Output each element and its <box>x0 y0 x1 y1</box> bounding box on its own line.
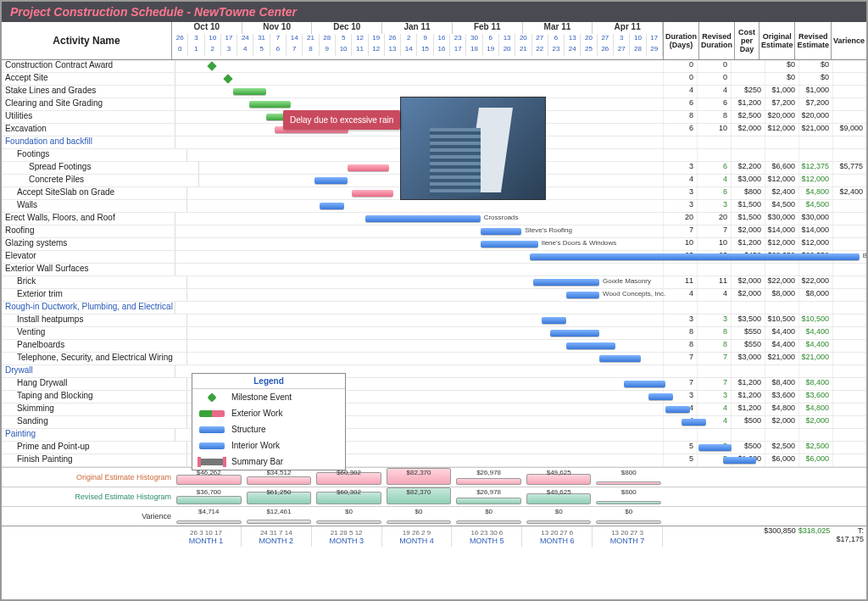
task-label: Accept Site <box>2 73 175 85</box>
task-row[interactable]: BrickGoode Masonry1111$2,000$22,000$22,0… <box>2 276 866 289</box>
hist-bar: $800 <box>594 487 663 504</box>
task-label: Rough-in Ductwork, Plumbing, and Electri… <box>2 302 175 314</box>
task-label: Walls <box>2 200 187 212</box>
structure-swatch <box>199 426 225 433</box>
task-label: Drywall <box>2 365 175 377</box>
hist-bar: $36,700 <box>175 487 243 504</box>
hist-bar: $0 <box>385 507 453 524</box>
task-label: Telephone, Security, and Electrical Wiri… <box>2 353 187 364</box>
gantt-bar[interactable] <box>550 330 599 337</box>
task-row[interactable]: Finish Painting55$1,200$6,000$6,000 <box>2 454 866 467</box>
bar-label: Crossroads <box>484 214 519 221</box>
milestone-icon <box>207 61 216 70</box>
task-row[interactable]: Panelboards88$550$4,400$4,400 <box>2 340 866 353</box>
column-header: Activity Name Oct 10Nov 10Dec 10Jan 11Fe… <box>2 22 866 60</box>
gantt-bar[interactable] <box>249 101 291 108</box>
task-label: Excavation <box>2 124 175 136</box>
gantt-bar[interactable] <box>233 88 266 95</box>
histogram-revised: Revised Estimate Histogram $36,700$61,25… <box>2 487 866 506</box>
task-row[interactable]: Telephone, Security, and Electrical Wiri… <box>2 353 866 365</box>
task-row[interactable]: Sanding44$500$2,000$2,000 <box>2 416 866 429</box>
bar-label: Steve's Roofing <box>525 226 572 234</box>
gantt-bar[interactable] <box>481 241 538 248</box>
task-row[interactable]: Install heatpumps33$3,500$10,500$10,500 <box>2 314 866 327</box>
gantt-bar[interactable] <box>542 317 566 324</box>
task-label: Exterior Wall Surfaces <box>2 264 175 275</box>
task-label: Erect Walls, Floors, and Roof <box>2 213 175 225</box>
histogram-variance: Varience $4,714$12,461$0$0$0$0$0 <box>2 506 866 526</box>
task-row[interactable]: Construction Contract Award00$0$0 <box>2 60 866 73</box>
hist-bar: $61,250 <box>245 487 314 504</box>
gantt-bar[interactable] <box>648 393 673 400</box>
task-label: Hang Drywall <box>2 378 187 390</box>
total-rev: $318,025 <box>798 526 833 547</box>
hist-bar: $0 <box>525 507 593 524</box>
task-row[interactable]: Accept Site00$0$0 <box>2 73 866 86</box>
col-costday: Cost per Day <box>734 22 759 59</box>
gantt-bar[interactable] <box>566 292 599 298</box>
total-orig: $300,850 <box>764 526 798 547</box>
exterior-swatch <box>199 410 225 417</box>
col-activity: Activity Name <box>2 22 172 59</box>
task-row[interactable]: Skimming44$1,200$4,800$4,800 <box>2 403 866 416</box>
task-label: Concrete Piles <box>2 175 199 186</box>
gantt-bar[interactable] <box>599 355 641 362</box>
total-var: T: $17,175 <box>832 526 866 547</box>
task-label: Skimming <box>2 403 187 415</box>
gantt-bar[interactable] <box>530 253 860 260</box>
hist-bar: $0 <box>314 507 383 524</box>
gantt-bar[interactable] <box>348 164 389 171</box>
task-row[interactable]: Exterior trimWood Concepts, Inc.44$2,000… <box>2 289 866 302</box>
building-photo <box>400 97 546 200</box>
task-row[interactable]: Painting <box>2 429 866 442</box>
task-row[interactable]: Erect Walls, Floors, and RoofCrossroads2… <box>2 213 866 225</box>
hist-bar: $82,370 <box>385 468 453 485</box>
task-row[interactable]: Hang Drywall77$1,200$8,400$8,400 <box>2 378 866 391</box>
gantt-bar[interactable] <box>698 444 732 451</box>
task-row[interactable]: RoofingSteve's Roofing77$2,000$14,000$14… <box>2 225 866 238</box>
task-label: Glazing systems <box>2 238 175 250</box>
gantt-bar[interactable] <box>723 457 756 464</box>
hist-bar: $26,978 <box>454 468 523 485</box>
bar-label: Goode Masonry <box>603 277 651 285</box>
col-origest: Original Estimate <box>759 22 795 59</box>
gantt-bar[interactable] <box>481 228 522 235</box>
task-label: Prime and Point-up <box>2 442 187 454</box>
bar-label: Better Elevators <box>863 252 866 259</box>
app-frame: Project Construction Schedule - NewTowne… <box>0 0 868 601</box>
task-label: Roofing <box>2 225 175 237</box>
task-row[interactable]: Venting88$550$4,400$4,400 <box>2 327 866 340</box>
task-row[interactable]: Exterior Wall Surfaces <box>2 264 866 276</box>
gantt-bar[interactable] <box>566 342 615 349</box>
gantt-bar[interactable] <box>665 406 690 413</box>
task-row[interactable]: Walls33$1,500$4,500$4,500 <box>2 200 866 213</box>
task-label: Elevator <box>2 251 175 263</box>
hist-bar: $60,302 <box>314 487 383 504</box>
gantt-bar[interactable] <box>624 381 665 387</box>
gantt-bar[interactable] <box>533 279 599 286</box>
task-row[interactable]: Prime and Point-up55$500$2,500$2,500 <box>2 442 866 454</box>
milestone-icon <box>224 74 233 83</box>
task-label: Exterior trim <box>2 289 187 301</box>
task-label: Finish Painting <box>2 454 187 466</box>
gantt-bar[interactable] <box>682 419 706 426</box>
sheet[interactable]: Activity Name Oct 10Nov 10Dec 10Jan 11Fe… <box>2 22 866 598</box>
task-row[interactable]: Glazing systemsIlene's Doors & Windows10… <box>2 238 866 251</box>
task-row[interactable]: Taping and Blocking33$1,200$3,600$3,600 <box>2 391 866 403</box>
data-columns: Duration (Days) Revised Duration Cost pe… <box>663 22 866 59</box>
task-label: Clearing and Site Grading <box>2 98 175 110</box>
gantt-bar[interactable] <box>314 177 348 184</box>
task-label: Construction Contract Award <box>2 60 175 72</box>
hist-bar: $0 <box>594 507 663 524</box>
col-revest: Revised Estimate <box>794 22 831 59</box>
summary-swatch <box>199 459 225 465</box>
task-row[interactable]: Drywall <box>2 365 866 378</box>
gantt-bar[interactable] <box>320 203 344 209</box>
hist-bar: $34,512 <box>245 468 314 485</box>
gantt-bar[interactable] <box>352 190 393 197</box>
task-label: Brick <box>2 276 187 288</box>
gantt-bar[interactable] <box>365 215 481 222</box>
task-row[interactable]: Rough-in Ductwork, Plumbing, and Electri… <box>2 302 866 314</box>
task-row[interactable]: ElevatorBetter Elevators6363$450$28,350$… <box>2 251 866 264</box>
col-duration: Duration (Days) <box>663 22 698 59</box>
